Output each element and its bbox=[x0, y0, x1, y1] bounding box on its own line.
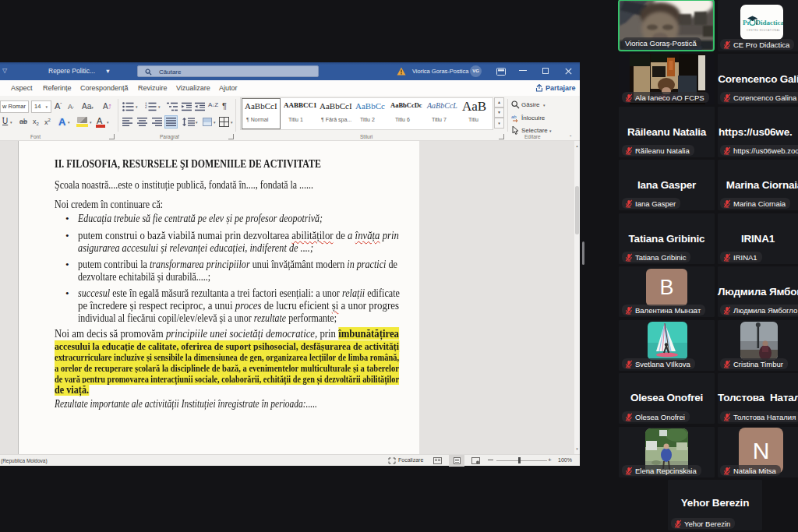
svg-text:Didactica: Didactica bbox=[756, 19, 784, 26]
svg-text:Pr: Pr bbox=[743, 19, 750, 26]
svg-text:ab: ab bbox=[511, 115, 517, 119]
svg-text:2: 2 bbox=[145, 105, 147, 109]
svg-text:CENTRU EDUCATIONAL: CENTRU EDUCATIONAL bbox=[747, 29, 780, 32]
